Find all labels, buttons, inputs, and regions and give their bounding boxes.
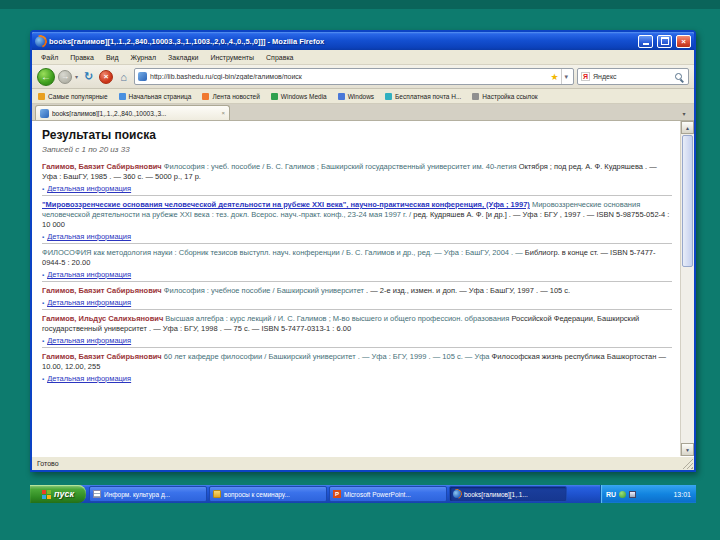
menu-history[interactable]: Журнал [126, 53, 162, 62]
scroll-up-icon[interactable]: ▲ [681, 121, 694, 134]
bookmark-item-news-feed[interactable]: Лента новостей [202, 93, 259, 100]
menu-view[interactable]: Вид [101, 53, 124, 62]
detail-info-link[interactable]: Детальная информация [47, 232, 131, 241]
address-bar[interactable]: http://lib.bashedu.ru/cgi-bin/zgate/гали… [134, 68, 574, 85]
detail-bullet-icon: ▪ [42, 186, 44, 192]
record-divider [42, 281, 672, 282]
detail-info-link[interactable]: Детальная информация [47, 336, 131, 345]
maximize-button[interactable] [657, 35, 672, 48]
record-author-link[interactable]: Галимов, Ильдус Салихьянович [42, 314, 163, 323]
menu-file[interactable]: Файл [36, 53, 63, 62]
menu-bar: Файл Правка Вид Журнал Закладки Инструме… [32, 50, 694, 65]
detail-info-link[interactable]: Детальная информация [47, 298, 131, 307]
search-result-4: Галимов, Баязит Сабирьянович Философия :… [42, 286, 672, 310]
bookmark-item-windows[interactable]: Windows [338, 93, 374, 100]
document-icon [93, 490, 101, 498]
antivirus-tray-icon[interactable] [619, 491, 626, 498]
folder-icon [213, 490, 221, 498]
detail-bullet-icon: ▪ [42, 338, 44, 344]
bookmark-item-links-setup[interactable]: Настройка ссылок [472, 93, 537, 100]
start-label: пуск [54, 489, 74, 499]
detail-info-link[interactable]: Детальная информация [47, 374, 131, 383]
search-result-2: "Мировоззренческие основания человеческо… [42, 200, 672, 244]
bookmark-label: Настройка ссылок [482, 93, 537, 100]
tab-title: books[галимов][1,.1.,2.,840.,10003.,3... [52, 110, 218, 117]
task-button-seminar-questions[interactable]: вопросы к семинару... [209, 486, 327, 502]
menu-edit[interactable]: Правка [65, 53, 99, 62]
refresh-button[interactable]: ↻ [81, 70, 96, 83]
record-description: . — 2-е изд., измен. и доп. — Уфа : БашГ… [366, 286, 570, 295]
record-author-link[interactable]: Галимов, Баязит Сабирьянович [42, 286, 162, 295]
search-result-6: Галимов, Баязит Сабирьянович 60 лет кафе… [42, 352, 672, 383]
firefox-icon [453, 490, 461, 498]
task-button-firefox-books[interactable]: books[галимов][1,.1... [449, 486, 567, 502]
detail-bullet-icon: ▪ [42, 272, 44, 278]
taskbar-buttons: Информ. культура д... вопросы к семинару… [86, 485, 600, 503]
record-title: Философия : учеб. пособие / Б. С. Галимо… [164, 162, 517, 171]
menu-tools[interactable]: Инструменты [205, 53, 259, 62]
tab-favicon [40, 109, 49, 118]
url-input[interactable]: http://lib.bashedu.ru/cgi-bin/zgate/гали… [150, 73, 547, 80]
bookmark-item-windows-media[interactable]: Windows Media [271, 93, 327, 100]
bookmark-label: Самые популярные [48, 93, 108, 100]
bookmark-label: Лента новостей [212, 93, 259, 100]
status-text: Готово [37, 460, 59, 467]
tab-close-icon[interactable]: × [221, 110, 225, 116]
history-dropdown-icon[interactable]: ▾ [75, 73, 78, 80]
task-label: Информ. культура д... [104, 491, 170, 498]
record-author-link[interactable]: Галимов, Баязит Сабирьянович [42, 352, 162, 361]
record-author-link[interactable]: Галимов, Баязит Сабирьянович [42, 162, 162, 171]
resize-grip[interactable] [682, 458, 693, 469]
record-title: ФИЛОСОФИЯ как методология науки : Сборни… [42, 248, 523, 257]
search-result-3: ФИЛОСОФИЯ как методология науки : Сборни… [42, 248, 672, 282]
window-title: books[галимов][1,.1.,2.,840.,10003.,3.,1… [49, 37, 634, 46]
search-icon[interactable] [675, 73, 682, 80]
bookmark-favicon [119, 93, 126, 100]
forward-button[interactable]: → [58, 70, 72, 84]
record-divider [42, 195, 672, 196]
results-count: Записей с 1 по 20 из 33 [42, 145, 672, 154]
tab-books-search[interactable]: books[галимов][1,.1.,2.,840.,10003.,3...… [35, 105, 230, 120]
detail-info-link[interactable]: Детальная информация [47, 184, 131, 193]
titlebar[interactable]: books[галимов][1,.1.,2.,840.,10003.,3.,1… [32, 32, 694, 50]
bookmark-label: Windows [348, 93, 374, 100]
menu-bookmarks[interactable]: Закладки [163, 53, 203, 62]
stop-button[interactable]: × [99, 70, 113, 84]
back-button[interactable]: ← [37, 68, 55, 86]
bookmark-star-icon[interactable]: ★ [550, 72, 558, 82]
clock: 13:01 [673, 491, 691, 498]
system-tray: RU 13:01 [600, 485, 696, 503]
minimize-button[interactable] [638, 35, 653, 48]
address-dropdown-icon[interactable]: ▾ [561, 69, 570, 84]
bookmark-favicon [338, 93, 345, 100]
home-button[interactable]: ⌂ [116, 71, 131, 83]
bookmark-label: Windows Media [281, 93, 327, 100]
menu-help[interactable]: Справка [261, 53, 298, 62]
record-conference-link[interactable]: "Мировоззренческие основания человеческо… [42, 200, 530, 209]
display-tray-icon[interactable] [629, 491, 636, 498]
search-engine-label[interactable]: Яндекс [593, 73, 672, 80]
page-favicon [138, 72, 147, 81]
scrollbar-thumb[interactable] [682, 135, 693, 267]
close-button[interactable]: × [676, 35, 691, 48]
yandex-icon[interactable]: Я [581, 72, 590, 81]
search-results-page: Результаты поиска Записей с 1 по 20 из 3… [32, 121, 680, 456]
bookmarks-toolbar: Самые популярные Начальная страница Лент… [32, 89, 694, 104]
bookmark-item-popular[interactable]: Самые популярные [38, 93, 108, 100]
detail-info-link[interactable]: Детальная информация [47, 270, 131, 279]
language-indicator[interactable]: RU [606, 491, 616, 498]
bookmark-favicon [38, 93, 45, 100]
task-button-powerpoint[interactable]: P Microsoft PowerPoint... [329, 486, 447, 502]
browser-window: books[галимов][1,.1.,2.,840.,10003.,3.,1… [30, 30, 696, 472]
bookmark-item-homepage[interactable]: Начальная страница [119, 93, 192, 100]
bookmark-favicon [202, 93, 209, 100]
start-button[interactable]: пуск [30, 485, 86, 503]
task-button-info-culture[interactable]: Информ. культура д... [89, 486, 207, 502]
task-label: books[галимов][1,.1... [464, 491, 528, 498]
bookmark-item-free-mail[interactable]: Бесплатная почта H... [385, 93, 461, 100]
status-bar: Готово [32, 456, 694, 470]
list-all-tabs-icon[interactable]: ▾ [677, 107, 691, 120]
vertical-scrollbar[interactable]: ▲ ▼ [680, 121, 694, 456]
search-box[interactable]: Я Яндекс [577, 68, 689, 85]
scroll-down-icon[interactable]: ▼ [681, 443, 694, 456]
